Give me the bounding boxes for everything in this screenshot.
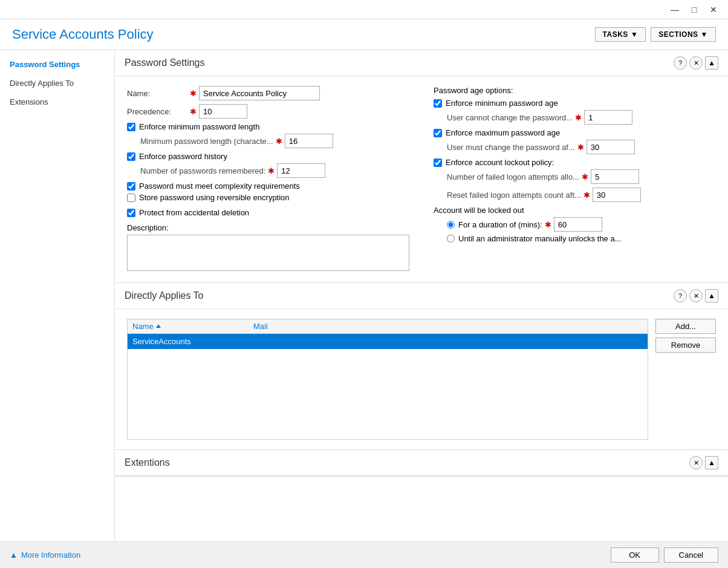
dat-col-mail[interactable]: Mail <box>253 322 643 331</box>
enforce-lockout-label[interactable]: Enforce account lockout policy: <box>446 158 554 167</box>
dat-table: Name Mail ServiceAccounts <box>127 319 648 440</box>
locked-out-label: Account will be locked out <box>434 206 716 215</box>
cancel-button[interactable]: Cancel <box>664 547 718 563</box>
duration-required: ✱ <box>545 220 551 229</box>
enforce-history-label[interactable]: Enforce password history <box>139 152 227 161</box>
dat-header: Directly Applies To ? ✕ ▲ <box>115 283 728 309</box>
enforce-max-age-checkbox[interactable] <box>434 129 442 137</box>
description-input[interactable] <box>127 235 409 271</box>
dat-collapse-button[interactable]: ▲ <box>705 289 718 302</box>
header: Service Accounts Policy TASKS ▼ SECTIONS… <box>0 19 728 50</box>
enforce-min-length-label[interactable]: Enforce minimum password length <box>139 122 259 131</box>
enforce-min-age-label[interactable]: Enforce minimum password age <box>446 99 558 108</box>
min-age-label: User cannot change the password... <box>447 113 573 122</box>
reset-failed-required: ✱ <box>583 191 590 200</box>
window-title: Service Accounts Policy <box>12 27 154 42</box>
history-sub-row: Number of passwords remembered: ✱ <box>140 163 409 178</box>
close-section-button[interactable]: ✕ <box>689 56 703 70</box>
ok-button[interactable]: OK <box>611 547 659 563</box>
collapse-button[interactable]: ▲ <box>705 56 718 70</box>
max-age-label: User must change the password af... <box>447 143 575 152</box>
ps-left: Name: ✱ Precedence: ✱ <box>127 86 409 273</box>
enforce-min-age-checkbox[interactable] <box>434 99 442 108</box>
complexity-checkbox[interactable] <box>127 182 135 191</box>
ext-title: Extentions <box>125 457 170 468</box>
precedence-required: ✱ <box>190 107 197 116</box>
footer-buttons: OK Cancel <box>611 547 718 563</box>
dat-actions: Add... Remove <box>655 319 716 440</box>
failed-attempts-input[interactable] <box>591 169 639 184</box>
enforce-max-age-label[interactable]: Enforce maximum password age <box>446 128 560 137</box>
remove-button[interactable]: Remove <box>655 338 716 353</box>
name-required: ✱ <box>190 89 197 98</box>
min-age-input[interactable] <box>584 110 632 125</box>
password-age-label: Password age options: <box>434 86 716 95</box>
ext-header: Extentions ✕ ▲ <box>115 450 728 476</box>
sidebar-item-extensions[interactable]: Extensions <box>0 93 114 111</box>
max-age-sub-row: User must change the password af... ✱ <box>447 140 716 154</box>
content-area: Password Settings ? ✕ ▲ Name: ✱ <box>115 50 728 541</box>
dat-controls: ? ✕ ▲ <box>674 289 718 302</box>
min-length-input[interactable] <box>285 134 333 148</box>
precedence-row: Precedence: ✱ <box>127 104 409 119</box>
dat-col-name[interactable]: Name <box>132 322 253 331</box>
enforce-max-age-row: Enforce maximum password age <box>434 128 716 137</box>
enforce-lockout-checkbox[interactable] <box>434 158 442 167</box>
enforce-history-checkbox[interactable] <box>127 152 135 161</box>
complexity-label[interactable]: Password must meet complexity requiremen… <box>139 181 300 191</box>
admin-unlock-label[interactable]: Until an administrator manually unlocks … <box>458 234 622 243</box>
min-length-sub-row: Minimum password length (characte... ✱ <box>140 134 409 148</box>
dat-table-header: Name Mail <box>128 319 648 334</box>
duration-radio-row: For a duration of (mins): ✱ <box>447 217 716 232</box>
duration-input[interactable] <box>554 217 602 232</box>
enforce-lockout-row: Enforce account lockout policy: <box>434 158 716 167</box>
help-button[interactable]: ? <box>674 56 687 70</box>
add-button[interactable]: Add... <box>655 319 716 334</box>
tasks-button[interactable]: TASKS ▼ <box>595 27 646 42</box>
min-length-label: Minimum password length (characte... <box>140 137 273 146</box>
minimize-button[interactable]: — <box>665 2 684 17</box>
sidebar-item-directly-applies-to[interactable]: Directly Applies To <box>0 74 114 93</box>
enforce-min-length-checkbox[interactable] <box>127 123 135 131</box>
dat-help-button[interactable]: ? <box>674 289 687 302</box>
protect-deletion-label[interactable]: Protect from accidental deletion <box>139 208 249 217</box>
password-settings-title: Password Settings <box>125 57 205 68</box>
titlebar: — □ ✕ <box>0 0 728 19</box>
sidebar: Password Settings Directly Applies To Ex… <box>0 50 115 541</box>
ext-controls: ✕ ▲ <box>689 456 718 469</box>
section-controls: ? ✕ ▲ <box>674 56 718 70</box>
table-row[interactable]: ServiceAccounts <box>128 334 648 349</box>
ext-collapse-button[interactable]: ▲ <box>705 456 718 469</box>
admin-unlock-radio[interactable] <box>447 235 455 243</box>
dat-title: Directly Applies To <box>125 290 203 301</box>
max-age-input[interactable] <box>587 140 635 154</box>
more-info-link[interactable]: ▲ More Information <box>10 550 80 560</box>
complexity-row: Password must meet complexity requiremen… <box>127 181 409 191</box>
close-button[interactable]: ✕ <box>704 2 723 17</box>
sidebar-item-password-settings[interactable]: Password Settings <box>0 55 114 74</box>
reversible-label[interactable]: Store password using reversible encrypti… <box>139 193 290 202</box>
history-input[interactable] <box>277 163 325 178</box>
precedence-input[interactable] <box>199 104 247 119</box>
more-info-label: More Information <box>21 550 80 560</box>
protect-deletion-checkbox[interactable] <box>127 209 135 217</box>
duration-label[interactable]: For a duration of (mins): <box>458 220 542 229</box>
reset-failed-label: Reset failed logon attempts count aft... <box>447 191 581 200</box>
enforce-history-row: Enforce password history <box>127 152 409 161</box>
description-section: Description: <box>127 223 409 273</box>
failed-attempts-required: ✱ <box>582 172 588 181</box>
min-age-required: ✱ <box>575 113 582 122</box>
duration-radio[interactable] <box>447 221 455 229</box>
reversible-row: Store password using reversible encrypti… <box>127 193 409 202</box>
reversible-checkbox[interactable] <box>127 194 135 202</box>
password-settings-header: Password Settings ? ✕ ▲ <box>115 50 728 76</box>
min-age-sub-row: User cannot change the password... ✱ <box>447 110 716 125</box>
maximize-button[interactable]: □ <box>684 2 704 17</box>
max-age-required: ✱ <box>577 143 584 152</box>
reset-failed-input[interactable] <box>593 188 641 202</box>
precedence-label: Precedence: <box>127 107 187 116</box>
ext-close-button[interactable]: ✕ <box>689 456 703 469</box>
sections-button[interactable]: SECTIONS ▼ <box>651 27 716 42</box>
name-input[interactable] <box>199 86 320 100</box>
dat-close-button[interactable]: ✕ <box>689 289 703 302</box>
